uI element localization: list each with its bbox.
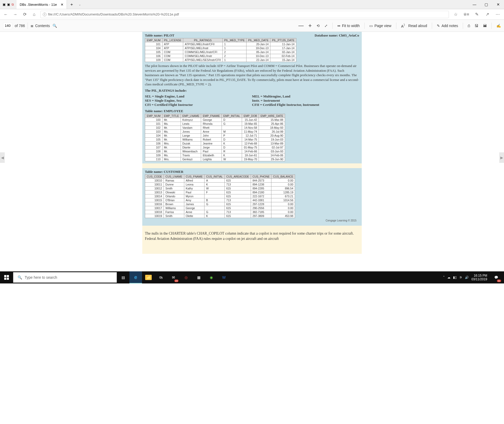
print-icon[interactable]: ⎙: [468, 24, 470, 28]
tray-chevron-icon[interactable]: ˄: [443, 276, 445, 279]
info-icon: i: [43, 13, 46, 16]
volume-icon[interactable]: 🔊: [465, 276, 469, 279]
page-number-input[interactable]: [3, 22, 12, 29]
table-row: 103Ms.JonesAnneM11-May-7426-Jul-99: [145, 130, 285, 134]
refresh-button[interactable]: ⟳: [22, 11, 28, 18]
close-tab-icon[interactable]: ✕: [61, 3, 64, 7]
zoom-in-button[interactable]: +: [308, 22, 312, 29]
table-row: 10015O'BrianAmyB713442-33811014.56: [145, 198, 295, 202]
notif-badge: 21: [497, 280, 501, 282]
audio-icon: A》: [401, 23, 407, 28]
address-bar[interactable]: i file:///C:/Users/ADMIN/Documents/Downl…: [40, 11, 449, 18]
word-icon[interactable]: W: [218, 271, 230, 283]
onedrive-icon[interactable]: ☁: [447, 276, 450, 279]
minimize-button[interactable]: —: [469, 0, 480, 9]
read-aloud-button[interactable]: A》Read aloud: [401, 23, 427, 28]
forward-button[interactable]: →: [12, 11, 18, 18]
next-page-arrow[interactable]: ▶: [499, 152, 504, 163]
table-row: 108Mr.WiesenbachPaulR14-Feb-6603-Jun-93: [145, 149, 285, 153]
task-view-icon[interactable]: ▤: [117, 271, 129, 283]
table-header: PIL_MED_DATE: [246, 38, 270, 42]
pdf-icon: ⧉: [12, 3, 14, 6]
table-row: 10017WilliamsGeorge615290-25560.00: [145, 206, 295, 210]
app-icon-red[interactable]: ◎: [180, 271, 192, 283]
search-placeholder: Type here to search: [25, 275, 57, 280]
table-row: 101ATPATP/SEL/MEL/Instr/CFII120-Jan-1411…: [145, 42, 296, 46]
save-icon[interactable]: 🖫: [475, 24, 478, 28]
table-header: PIL_PT135_DATE: [270, 38, 296, 42]
ratings-left-col: SEL = Single Engine, LandSES = Single En…: [145, 94, 252, 107]
table-row: 10018FarrissAnneG713382-71850.00: [145, 210, 295, 214]
customer-table: CUS_CODECUS_LNAMECUS_FNAMECUS_INITIALCUS…: [145, 174, 295, 218]
explorer-icon[interactable]: 📁: [142, 271, 155, 283]
taskbar-search[interactable]: 🔍 Type here to search: [13, 272, 117, 283]
browser-tab[interactable]: DBs .StevenMorris - 11e ✕: [17, 0, 67, 9]
reading-icon[interactable]: ✎: [473, 12, 480, 17]
prev-page-arrow[interactable]: ◀: [0, 152, 5, 163]
table-row: 10011DunneLeonaK713894-12380.00: [145, 183, 295, 187]
pilot-paragraph: The pilot licenses shown in the PILOT ta…: [145, 64, 359, 87]
start-button[interactable]: [0, 275, 13, 280]
address-text: file:///C:/Users/ADMIN/Documents/Downloa…: [48, 12, 179, 16]
table-row: 105Mr.WilliamsRobertD14-Mar-7519-Jun-03: [145, 138, 285, 142]
battery-icon[interactable]: ▮▯: [453, 276, 457, 279]
new-tab-button[interactable]: ＋: [67, 2, 76, 7]
table-row: 109COMATP/SEL/MEL/SES/Instr/CFII122-Jan-…: [145, 58, 296, 62]
table-header: CUS_INITIAL: [204, 175, 225, 179]
store-icon[interactable]: 🛍: [155, 271, 167, 283]
taskbar: 🔍 Type here to search ▤ e 📁 🛍 ✉15 ◎ ▦ ◉ …: [0, 271, 504, 283]
list-icon: ≣: [30, 24, 34, 28]
table-row: 10010RamasAlfredA615844-25730.00: [145, 179, 295, 183]
share-icon[interactable]: ↗: [484, 12, 491, 17]
table-header: PIL_MED_TYPE: [223, 38, 246, 42]
find-icon[interactable]: 🔍: [52, 24, 57, 28]
table-header: PIL_RATINGS: [183, 38, 223, 42]
contents-button[interactable]: ≣ Contents: [30, 24, 50, 28]
highlighter-icon[interactable]: ✍: [496, 24, 501, 28]
tab-chevron[interactable]: ⌄: [76, 3, 83, 6]
table-header: EMP_NUM: [145, 114, 162, 118]
add-notes-button[interactable]: ✎Add notes: [437, 24, 458, 28]
wifi-icon[interactable]: ⚞: [459, 276, 462, 279]
mail-icon[interactable]: ✉15: [167, 271, 180, 283]
table-header: CUS_PHONE: [251, 175, 271, 179]
table-row: 105COMCOMM/SEL/MEL/Instr/CFI205-Jan-1402…: [145, 50, 296, 54]
back-button[interactable]: ←: [3, 11, 9, 18]
action-center-icon[interactable]: 💬21: [490, 271, 502, 283]
page-view-button[interactable]: ▭Page view: [369, 24, 391, 28]
table-header: CUS_BALANCE: [271, 175, 295, 179]
pdf-viewport[interactable]: Table name: PILOT Database name: Ch03_Av…: [0, 32, 504, 254]
pdf-toolbar: of 786 ≣ Contents 🔍 — + ⟲ ⤢ ⇔Fit to widt…: [0, 20, 504, 32]
app-icon-grid[interactable]: ▦: [192, 271, 205, 283]
zoom-out-button[interactable]: —: [298, 23, 304, 29]
table-row: 10012SmithKathyW615894-2285896.54: [145, 187, 295, 190]
table-row: 100Mr.KolmyczGeorgeD15-Jun-4215-Mar-88: [145, 118, 285, 122]
maximize-button[interactable]: ▢: [480, 0, 492, 9]
edge-icon[interactable]: e: [129, 271, 142, 283]
table-header: EMP_FNAME: [201, 114, 222, 118]
table-header: PIL_LICENSE: [162, 38, 183, 42]
tab-title: DBs .StevenMorris - 11e: [20, 3, 57, 7]
expand-button[interactable]: ⤢: [324, 24, 328, 28]
star-icon[interactable]: ☆: [452, 12, 459, 17]
app-icon-green[interactable]: ◉: [205, 271, 218, 283]
pilot-title: Table name: PILOT: [145, 33, 174, 38]
employee-table: EMP_NUMEMP_TITLEEMP_LNAMEEMP_FNAMEEMP_IN…: [145, 114, 285, 161]
table-row: 107Mr.DianteJorgeD01-May-7502-Jul-97: [145, 146, 285, 149]
pilot-table: EMP_NUMPIL_LICENSEPIL_RATINGSPIL_MED_TYP…: [145, 38, 296, 62]
table-row: 109Ms.TravisElizabethK18-Jun-6114-Feb-06: [145, 153, 285, 157]
more-icon[interactable]: ⋯: [494, 12, 501, 17]
saveas-icon[interactable]: 🖬: [483, 24, 487, 28]
table-row: 10016BrownJamesG615297-12280.00: [145, 202, 295, 206]
table-header: CUS_LNAME: [164, 175, 184, 179]
home-button[interactable]: ⌂: [31, 11, 37, 18]
nav-bar: ← → ⟳ ⌂ i file:///C:/Users/ADMIN/Documen…: [0, 9, 504, 20]
fit-icon: ⇔: [337, 24, 340, 28]
close-window-button[interactable]: ✕: [492, 0, 504, 9]
table-header: EMP_INITIAL: [222, 114, 242, 118]
taskbar-clock[interactable]: 16:15 PM 03/11/2019: [471, 274, 487, 281]
fit-width-button[interactable]: ⇔Fit to width: [337, 24, 360, 28]
favorites-icon[interactable]: ✮≡: [463, 12, 470, 17]
table-row: 10014OrlandoMyron615222-1672673.21: [145, 194, 295, 198]
rotate-button[interactable]: ⟲: [317, 24, 320, 28]
